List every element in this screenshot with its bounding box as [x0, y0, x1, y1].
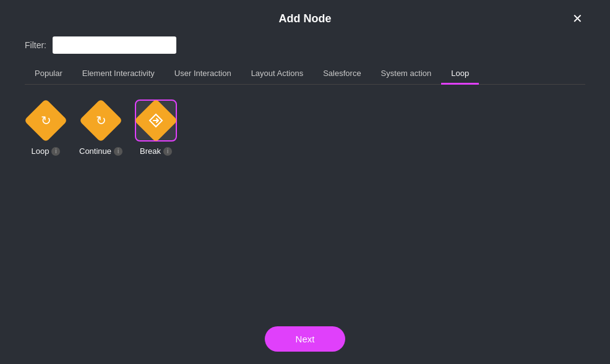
tabs-bar: Popular Element Interactivity User Inter…: [25, 64, 585, 85]
node-break-label: Break: [140, 146, 161, 156]
node-continue-icon-wrap: ↻: [80, 99, 122, 142]
tab-element-interactivity[interactable]: Element Interactivity: [72, 64, 165, 85]
node-loop[interactable]: ↻ Loop i: [25, 99, 67, 156]
node-continue-diamond: ↻: [79, 99, 123, 143]
continue-info-icon[interactable]: i: [114, 147, 122, 156]
node-loop-diamond: ↻: [24, 99, 68, 143]
node-loop-label: Loop: [32, 146, 49, 156]
loop-icon: ↻: [41, 114, 51, 127]
tab-system-action[interactable]: System action: [371, 64, 442, 85]
node-break-diamond: [134, 99, 178, 143]
tab-loop[interactable]: Loop: [441, 64, 479, 85]
break-icon: [148, 113, 163, 128]
nodes-area: ↻ Loop i ↻ Continue i: [25, 99, 585, 316]
node-loop-icon-wrap: ↻: [25, 99, 67, 142]
add-node-modal: Add Node ✕ Filter: Popular Element Inter…: [0, 0, 610, 364]
tab-salesforce[interactable]: Salesforce: [313, 64, 371, 85]
tab-layout-actions[interactable]: Layout Actions: [241, 64, 314, 85]
node-continue[interactable]: ↻ Continue i: [79, 99, 122, 156]
node-break[interactable]: Break i: [135, 99, 177, 156]
modal-title: Add Node: [279, 12, 332, 25]
tab-popular[interactable]: Popular: [25, 64, 72, 85]
loop-info-icon[interactable]: i: [51, 147, 60, 156]
tab-user-interaction[interactable]: User Interaction: [165, 64, 241, 85]
modal-header: Add Node ✕: [25, 12, 585, 25]
filter-label: Filter:: [25, 40, 46, 50]
break-info-icon[interactable]: i: [163, 147, 172, 156]
filter-row: Filter:: [25, 36, 585, 54]
close-button[interactable]: ✕: [570, 10, 585, 27]
node-break-label-row: Break i: [140, 146, 172, 156]
filter-input[interactable]: [53, 36, 176, 54]
node-continue-label: Continue: [79, 146, 111, 156]
node-loop-label-row: Loop i: [32, 146, 61, 156]
continue-icon: ↻: [96, 114, 106, 127]
node-break-icon-wrap: [135, 99, 177, 142]
next-button[interactable]: Next: [265, 326, 346, 352]
node-continue-label-row: Continue i: [79, 146, 122, 156]
modal-footer: Next: [25, 316, 585, 352]
